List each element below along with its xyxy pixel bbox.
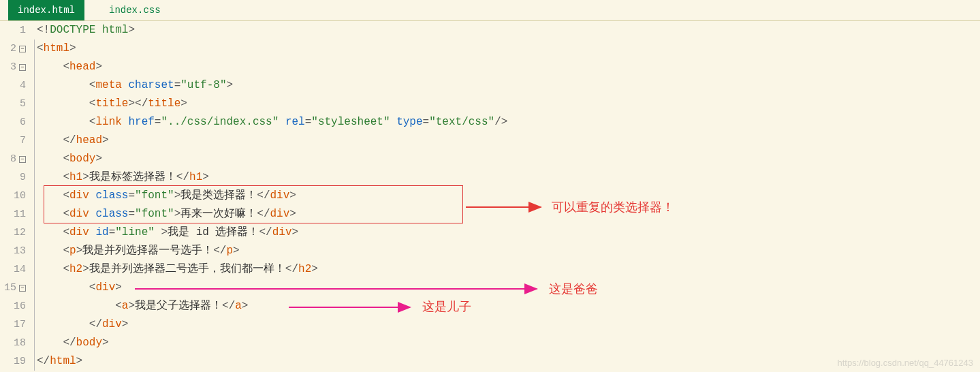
code-line[interactable]: <div class="font">再来一次好嘛！</div> [37,205,980,223]
line-number-gutter: 12−3−45678−9101112131415−16171819 [0,21,30,371]
code-line[interactable]: <div class="font">我是类选择器！</div> [37,187,980,205]
line-number: 9 [0,168,26,187]
line-number: 8− [0,150,26,168]
line-number: 19 [0,352,26,371]
fold-toggle-icon[interactable]: − [19,156,26,163]
annotation-child: 这是儿子 [422,298,471,315]
line-number: 11 [0,205,26,223]
line-number: 7 [0,131,26,150]
line-number: 10 [0,187,26,205]
code-line[interactable]: <p>我是并列选择器一号选手！</p> [37,242,980,260]
code-line[interactable]: <body> [37,150,980,168]
line-number: 13 [0,242,26,260]
line-number: 2− [0,40,26,58]
tab-index-html[interactable]: index.html [8,0,84,20]
code-line[interactable]: <div id="line" >我是 id 选择器！</div> [37,223,980,242]
code-line[interactable]: <a>我是父子选择器！</a> [37,297,980,315]
code-line[interactable]: <div> [37,279,980,297]
code-line[interactable]: <link href="../css/index.css" rel="style… [37,113,980,131]
code-line[interactable]: <meta charset="utf-8"> [37,76,980,95]
code-line[interactable]: <!DOCTYPE html> [37,21,980,40]
annotation-parent: 这是爸爸 [549,281,598,297]
line-number: 4 [0,76,26,95]
code-line[interactable]: <h2>我是并列选择器二号选手，我们都一样！</h2> [37,260,980,279]
code-line[interactable]: </div> [37,315,980,334]
line-number: 18 [0,334,26,352]
code-line[interactable]: <html> [37,40,980,58]
line-number: 17 [0,315,26,334]
code-line[interactable]: <h1>我是标签选择器！</h1> [37,168,980,187]
line-number: 3− [0,58,26,76]
line-number: 16 [0,297,26,315]
code-line[interactable]: <head> [37,58,980,76]
line-number: 14 [0,260,26,279]
watermark: https://blog.csdn.net/qq_44761243 [838,358,974,368]
line-number: 12 [0,223,26,242]
line-number: 5 [0,95,26,113]
annotation-class-selector: 可以重复的类选择器！ [552,199,674,215]
fold-toggle-icon[interactable]: − [19,46,26,52]
code-line[interactable]: </head> [37,131,980,150]
line-number: 6 [0,113,26,131]
fold-toggle-icon[interactable]: − [19,64,26,71]
code-line[interactable]: <title></title> [37,95,980,113]
code-area[interactable]: <!DOCTYPE html><html> <head> <meta chars… [30,21,980,371]
code-editor[interactable]: 12−3−45678−9101112131415−16171819 <!DOCT… [0,20,980,371]
code-line[interactable]: </body> [37,334,980,352]
tab-index-css[interactable]: index.css [99,0,170,20]
line-number: 15− [0,279,26,297]
fold-toggle-icon[interactable]: − [19,285,26,292]
fold-guide-line [34,40,35,371]
line-number: 1 [0,21,26,40]
tabs-bar: index.html index.css [0,0,980,20]
